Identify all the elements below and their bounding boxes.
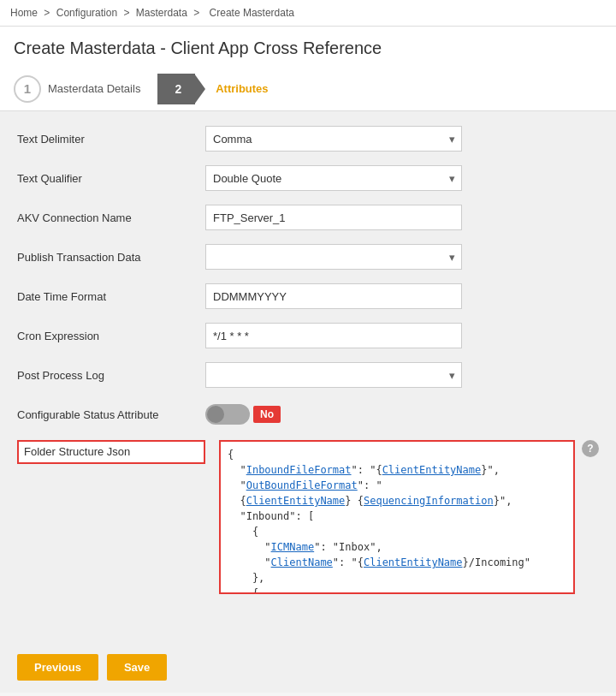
label-text-qualifier: Text Qualifier (17, 172, 205, 185)
text-delimiter-select[interactable]: Comma Tab Pipe (205, 126, 462, 152)
select-publish-transaction-wrapper: Yes No (205, 244, 462, 270)
field-configurable-status: Configurable Status Attribute No (17, 401, 599, 428)
label-folder-structure-json: Folder Structure Json (17, 440, 205, 464)
wizard-bar: 1 Masterdata Details 2 Attributes (0, 67, 616, 111)
step2-number: 2 (175, 82, 181, 96)
help-icon[interactable]: ? (582, 440, 599, 457)
wizard-step-1[interactable]: 1 Masterdata Details (14, 67, 157, 110)
form-container: Text Delimiter Comma Tab Pipe Text Quali… (0, 111, 616, 642)
akv-connection-input[interactable] (205, 205, 462, 230)
post-process-log-select[interactable]: Yes No (205, 362, 462, 388)
step2-label: Attributes (216, 82, 268, 95)
step1-number: 1 (14, 75, 41, 103)
label-cron-expression: Cron Expression (17, 330, 205, 342)
page-title: Create Masterdata - Client App Cross Ref… (0, 27, 616, 67)
label-datetime-format: Date Time Format (17, 290, 205, 303)
select-text-qualifier-wrapper: Double Quote Single Quote None (205, 165, 462, 191)
select-post-process-wrapper: Yes No (205, 362, 462, 388)
wizard-step-2[interactable]: 2 Attributes (157, 74, 268, 104)
breadcrumb-configuration[interactable]: Configuration (56, 7, 117, 19)
toggle-background (205, 404, 250, 425)
field-text-delimiter: Text Delimiter Comma Tab Pipe (17, 125, 599, 152)
label-akv-connection: AKV Connection Name (17, 211, 205, 224)
select-text-delimiter-wrapper: Comma Tab Pipe (205, 126, 462, 152)
breadcrumb: Home > Configuration > Masterdata > Crea… (0, 0, 616, 27)
datetime-format-input[interactable] (205, 283, 462, 309)
step1-label: Masterdata Details (48, 82, 140, 95)
step2-arrow: 2 (157, 74, 195, 104)
akv-connection-wrapper (205, 205, 462, 230)
field-datetime-format: Date Time Format (17, 283, 599, 310)
field-post-process-log: Post Process Log Yes No (17, 361, 599, 389)
label-publish-transaction: Publish Transaction Data (17, 251, 205, 264)
field-akv-connection: AKV Connection Name (17, 204, 599, 231)
toggle-value-label: No (253, 406, 281, 423)
label-configurable-status: Configurable Status Attribute (17, 408, 205, 421)
field-cron-expression: Cron Expression (17, 322, 599, 349)
field-text-qualifier: Text Qualifier Double Quote Single Quote… (17, 164, 599, 192)
field-publish-transaction: Publish Transaction Data Yes No (17, 243, 599, 271)
text-qualifier-select[interactable]: Double Quote Single Quote None (205, 165, 462, 191)
breadcrumb-home[interactable]: Home (10, 7, 38, 19)
breadcrumb-current: Create Masterdata (210, 7, 294, 19)
field-folder-structure-json: Folder Structure Json { "InboundFileForm… (17, 440, 599, 594)
save-button[interactable]: Save (107, 654, 167, 681)
breadcrumb-masterdata[interactable]: Masterdata (136, 7, 187, 19)
toggle-knob (207, 406, 224, 423)
cron-expression-wrapper (205, 323, 462, 348)
label-text-delimiter: Text Delimiter (17, 133, 205, 146)
folder-structure-json-editor[interactable]: { "InboundFileFormat": "{ClientEntityNam… (219, 440, 575, 594)
label-post-process-log: Post Process Log (17, 369, 205, 382)
cron-expression-input[interactable] (205, 323, 462, 348)
toggle-configurable-status[interactable]: No (205, 404, 281, 425)
previous-button[interactable]: Previous (17, 654, 98, 681)
footer-buttons: Previous Save (0, 642, 616, 693)
publish-transaction-select[interactable]: Yes No (205, 244, 462, 270)
datetime-format-wrapper (205, 283, 462, 309)
